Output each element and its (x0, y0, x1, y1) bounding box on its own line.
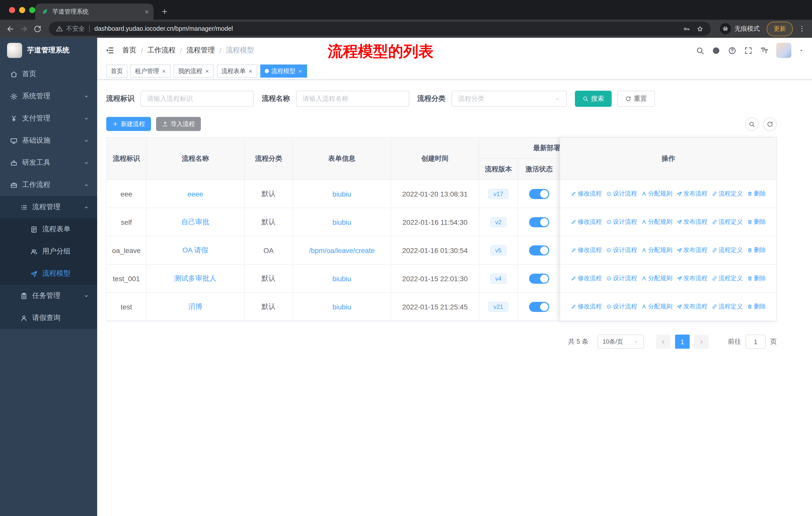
design-process-link[interactable]: 设计流程 (606, 218, 637, 226)
process-name-link[interactable]: 测试多审批人 (174, 274, 216, 282)
minimize-window-button[interactable] (19, 7, 25, 13)
update-button[interactable]: 更新 (767, 21, 793, 36)
form-info-link[interactable]: biubiu (332, 303, 351, 311)
process-name-link[interactable]: eeee (187, 190, 203, 198)
page-size-select[interactable]: 10条/页 (598, 334, 644, 349)
search-button[interactable]: 搜索 (575, 91, 612, 107)
tab-home[interactable]: 首页 (106, 64, 127, 78)
sidebar-item-workflow[interactable]: 工作流程 (0, 174, 97, 196)
form-info-link[interactable]: biubiu (332, 190, 351, 198)
sidebar-item-leave-query[interactable]: 请假查询 (0, 307, 97, 329)
breadcrumb-item[interactable]: 首页 (122, 46, 137, 55)
sidebar-item-system[interactable]: 系统管理 (0, 85, 97, 107)
help-icon[interactable] (728, 46, 736, 55)
sidebar-item-process-management[interactable]: 流程管理 (0, 196, 97, 218)
modify-process-link[interactable]: 修改流程 (571, 274, 602, 283)
close-window-button[interactable] (9, 7, 15, 13)
next-page-button[interactable] (694, 334, 709, 349)
app-logo[interactable]: 芋道管理系统 (0, 38, 97, 63)
tab-process-form[interactable]: 流程表单 (217, 64, 257, 78)
sidebar-item-infrastructure[interactable]: 基础设施 (0, 130, 97, 152)
zoom-window-button[interactable] (29, 7, 35, 13)
close-tab-icon[interactable] (144, 9, 149, 15)
sidebar-item-process-model[interactable]: 流程模型 (0, 263, 97, 285)
process-definition-link[interactable]: 流程定义 (712, 189, 743, 198)
design-process-link[interactable]: 设计流程 (606, 189, 637, 198)
search-icon[interactable] (696, 46, 704, 55)
active-toggle[interactable] (529, 302, 549, 312)
sidebar-item-task-management[interactable]: 任务管理 (0, 285, 97, 307)
back-icon[interactable] (6, 24, 14, 33)
fullscreen-icon[interactable] (744, 46, 753, 55)
form-info-link[interactable]: /bpm/oa/leave/create (309, 246, 375, 254)
publish-process-link[interactable]: 发布流程 (676, 218, 707, 226)
process-definition-link[interactable]: 流程定义 (712, 218, 743, 226)
active-toggle[interactable] (529, 189, 549, 199)
avatar[interactable] (776, 43, 791, 58)
publish-process-link[interactable]: 发布流程 (676, 302, 707, 311)
breadcrumb-item[interactable]: 流程管理 (187, 46, 215, 55)
process-name-link[interactable]: 滔博 (188, 302, 202, 310)
close-tag-icon[interactable] (248, 69, 253, 73)
assign-rule-link[interactable]: 分配规则 (641, 218, 672, 226)
url-text[interactable]: dashboard.yudao.iocoder.cn/bpm/manager/m… (94, 25, 233, 32)
modify-process-link[interactable]: 修改流程 (571, 218, 602, 226)
sidebar-item-payment[interactable]: 支付管理 (0, 107, 97, 130)
delete-link[interactable]: 删除 (747, 189, 766, 198)
active-toggle[interactable] (529, 273, 549, 283)
modify-process-link[interactable]: 修改流程 (571, 246, 602, 254)
prev-page-button[interactable] (656, 334, 671, 349)
new-tab-button[interactable] (161, 8, 168, 15)
assign-rule-link[interactable]: 分配规则 (641, 189, 672, 198)
password-key-icon[interactable] (683, 25, 690, 32)
publish-process-link[interactable]: 发布流程 (676, 274, 707, 283)
page-number-button[interactable]: 1 (675, 334, 690, 349)
reset-button[interactable]: 重置 (617, 91, 655, 107)
tab-my-process[interactable]: 我的流程 (174, 64, 214, 78)
tab-process-model[interactable]: 流程模型 (260, 64, 307, 78)
process-id-input[interactable]: 请输入流程标识 (141, 91, 254, 107)
form-info-link[interactable]: biubiu (332, 274, 351, 282)
design-process-link[interactable]: 设计流程 (606, 302, 637, 311)
process-name-input[interactable]: 请输入流程名称 (296, 91, 409, 107)
process-definition-link[interactable]: 流程定义 (712, 274, 743, 283)
sidebar-item-devtools[interactable]: 研发工具 (0, 152, 97, 174)
tab-tenant-management[interactable]: 租户管理 (130, 64, 171, 78)
process-name-link[interactable]: OA 请假 (182, 246, 208, 254)
bookmark-star-icon[interactable] (696, 25, 704, 32)
publish-process-link[interactable]: 发布流程 (676, 246, 707, 254)
active-toggle[interactable] (529, 217, 549, 227)
process-definition-link[interactable]: 流程定义 (712, 302, 743, 311)
import-process-button[interactable]: 导入流程 (156, 117, 201, 131)
browser-menu-icon[interactable] (798, 25, 806, 33)
delete-link[interactable]: 删除 (747, 302, 766, 311)
process-name-link[interactable]: 自己审批 (181, 217, 209, 225)
design-process-link[interactable]: 设计流程 (606, 246, 637, 254)
toggle-search-button[interactable] (745, 117, 759, 131)
address-bar[interactable]: 不安全 dashboard.yudao.iocoder.cn/bpm/manag… (49, 22, 711, 36)
sidebar-item-user-group[interactable]: 用户分组 (0, 240, 97, 263)
modify-process-link[interactable]: 修改流程 (571, 189, 602, 198)
goto-page-input[interactable]: 1 (746, 334, 766, 349)
close-tag-icon[interactable] (205, 69, 209, 73)
breadcrumb-item[interactable]: 工作流程 (147, 46, 176, 55)
browser-tab[interactable]: 芋道管理系统 (35, 3, 153, 20)
assign-rule-link[interactable]: 分配规则 (641, 302, 672, 311)
design-process-link[interactable]: 设计流程 (606, 274, 637, 283)
delete-link[interactable]: 删除 (747, 218, 766, 226)
process-category-select[interactable]: 流程分类 (452, 91, 567, 107)
security-label[interactable]: 不安全 (66, 24, 85, 33)
sidebar-item-home[interactable]: 首页 (0, 63, 97, 85)
create-process-button[interactable]: 新建流程 (106, 117, 151, 131)
collapse-sidebar-icon[interactable] (105, 46, 114, 55)
delete-link[interactable]: 删除 (747, 246, 766, 254)
assign-rule-link[interactable]: 分配规则 (641, 274, 672, 283)
sidebar-item-process-form[interactable]: 流程表单 (0, 218, 97, 240)
reload-icon[interactable] (33, 24, 42, 33)
font-size-icon[interactable] (760, 46, 769, 55)
modify-process-link[interactable]: 修改流程 (571, 302, 602, 311)
publish-process-link[interactable]: 发布流程 (676, 189, 707, 198)
forward-icon[interactable] (20, 24, 28, 33)
github-icon[interactable] (712, 46, 720, 55)
close-tag-icon[interactable] (162, 69, 166, 73)
